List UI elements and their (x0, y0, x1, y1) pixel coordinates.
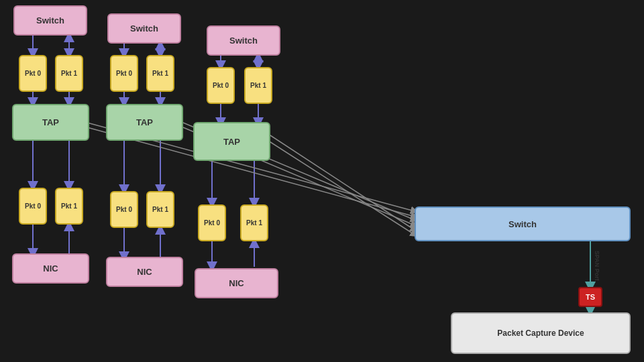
tap-1: TAP (12, 104, 89, 141)
pkt-s2-1: Pkt 1 (146, 55, 174, 92)
pkt-t2-1-label: Pkt 1 (152, 206, 168, 213)
switch-1-label: Switch (36, 15, 64, 25)
switch-3: Switch (207, 25, 280, 56)
tap-2-label: TAP (136, 117, 153, 127)
tap-3-label: TAP (223, 137, 240, 147)
connection-lines (0, 0, 644, 362)
switch-3-label: Switch (229, 36, 258, 46)
ts-box: TS (578, 287, 602, 307)
pkt-s3-1-label: Pkt 1 (250, 82, 266, 89)
pkt-s2-1-label: Pkt 1 (152, 70, 168, 77)
tap-3: TAP (193, 122, 270, 161)
switch-2: Switch (107, 13, 181, 44)
ts-label: TS (586, 293, 595, 301)
pkt-t1-0: Pkt 0 (19, 188, 47, 225)
pkt-s1-0: Pkt 0 (19, 55, 47, 92)
svg-line-32 (268, 141, 415, 235)
pkt-t1-1: Pkt 1 (55, 188, 83, 225)
pcd-label: Packet Capture Device (497, 328, 584, 338)
pkt-t1-0-label: Pkt 0 (25, 202, 41, 210)
pkt-s1-0-label: Pkt 0 (25, 70, 41, 77)
pkt-s2-0: Pkt 0 (110, 55, 138, 92)
pkt-s3-1: Pkt 1 (244, 67, 272, 104)
nic-2-label: NIC (137, 267, 152, 277)
pkt-s1-1: Pkt 1 (55, 55, 83, 92)
pkt-t3-0: Pkt 0 (198, 204, 226, 241)
switch-1: Switch (13, 5, 87, 36)
switch-large-label: Switch (508, 219, 537, 229)
nic-1-label: NIC (43, 263, 58, 274)
pkt-s2-0-label: Pkt 0 (116, 70, 132, 77)
tap-2: TAP (106, 104, 183, 141)
nic-2: NIC (106, 257, 183, 287)
diagram: Switch Switch Switch Pkt 0 Pkt 1 Pkt 0 P… (0, 0, 644, 362)
nic-3-label: NIC (229, 278, 244, 288)
pkt-t3-1: Pkt 1 (240, 204, 268, 241)
pkt-s1-1-label: Pkt 1 (61, 70, 77, 77)
pkt-t2-0: Pkt 0 (110, 191, 138, 228)
svg-line-31 (268, 134, 415, 230)
pkt-t1-1-label: Pkt 1 (61, 202, 77, 210)
switch-large: Switch (415, 206, 631, 241)
nic-1: NIC (12, 253, 89, 284)
pkt-t3-0-label: Pkt 0 (204, 219, 220, 227)
pkt-t3-1-label: Pkt 1 (246, 219, 262, 227)
nic-3: NIC (195, 268, 278, 298)
span-port-label: SPAN Port (594, 251, 600, 281)
tap-1-label: TAP (42, 117, 59, 127)
pkt-s3-0-label: Pkt 0 (213, 82, 229, 89)
pkt-t2-0-label: Pkt 0 (116, 206, 132, 213)
pkt-t2-1: Pkt 1 (146, 191, 174, 228)
pkt-s3-0: Pkt 0 (207, 67, 235, 104)
switch-2-label: Switch (130, 23, 158, 34)
packet-capture-device: Packet Capture Device (451, 312, 631, 354)
